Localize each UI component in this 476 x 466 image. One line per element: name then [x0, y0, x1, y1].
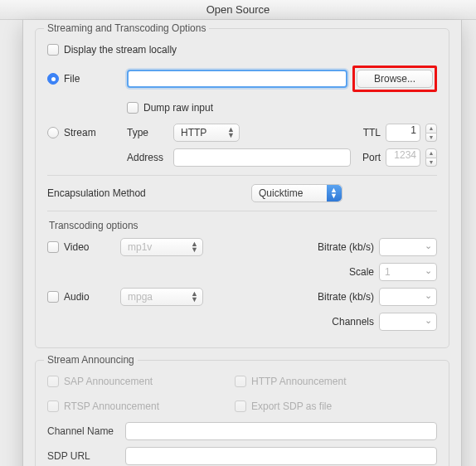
browse-button[interactable]: Browse... — [357, 70, 433, 88]
sap-label: SAP Announcement — [64, 376, 230, 387]
ttl-label: TTL — [363, 127, 381, 138]
rtsp-label: RTSP Announcement — [64, 400, 230, 412]
dump-raw-label: Dump raw input — [143, 102, 213, 114]
file-path-input[interactable] — [127, 70, 347, 88]
stream-radio[interactable] — [47, 127, 59, 138]
port-stepper[interactable]: ▲▼ — [425, 148, 437, 167]
rtsp-checkbox — [47, 400, 59, 412]
announcing-group: Stream Announcing SAP Announcement HTTP … — [35, 360, 449, 466]
separator — [47, 175, 437, 176]
sdp-url-input[interactable] — [125, 447, 437, 465]
encaps-select-value: Quicktime — [259, 187, 303, 199]
dialog-sheet: Streaming and Transcoding Options Displa… — [22, 20, 462, 466]
chevron-updown-icon: ▲▼ — [227, 127, 235, 138]
export-sdp-label: Export SDP as file — [251, 400, 332, 412]
http-announce-label: HTTP Announcement — [251, 376, 347, 387]
streaming-group: Streaming and Transcoding Options Displa… — [35, 28, 449, 348]
encaps-label: Encapsulation Method — [47, 187, 246, 199]
file-radio[interactable] — [47, 73, 59, 85]
separator — [47, 211, 437, 211]
sap-checkbox — [47, 376, 59, 387]
ttl-input[interactable]: 1 — [386, 124, 420, 142]
audio-codec-value: mpga — [128, 291, 153, 303]
chevron-updown-icon: ▲▼ — [191, 241, 198, 253]
scale-combo[interactable]: 1 — [379, 263, 437, 281]
channels-combo[interactable] — [379, 313, 437, 331]
export-sdp-checkbox — [235, 400, 246, 412]
chevron-updown-icon: ▲▼ — [330, 187, 338, 199]
streaming-heading: Streaming and Transcoding Options — [44, 22, 209, 34]
channels-label: Channels — [332, 316, 374, 328]
chevron-updown-icon: ▲▼ — [191, 291, 198, 303]
video-bitrate-combo[interactable] — [379, 238, 437, 256]
scale-label: Scale — [349, 266, 374, 278]
window-title: Open Source — [0, 0, 476, 20]
announcing-heading: Stream Announcing — [44, 354, 138, 366]
audio-checkbox[interactable] — [47, 291, 59, 303]
port-label: Port — [362, 152, 381, 163]
audio-bitrate-combo[interactable] — [379, 288, 437, 306]
audio-label: Audio — [64, 291, 105, 303]
video-checkbox[interactable] — [47, 241, 59, 253]
video-codec-value: mp1v — [128, 241, 152, 253]
encaps-select[interactable]: Quicktime ▲▼ — [251, 184, 342, 202]
video-codec-select[interactable]: mp1v ▲▼ — [120, 238, 203, 256]
file-radio-label: File — [64, 73, 122, 85]
display-locally-checkbox[interactable] — [47, 44, 59, 56]
ttl-stepper[interactable]: ▲▼ — [425, 124, 437, 142]
audio-bitrate-label: Bitrate (kb/s) — [318, 291, 374, 303]
http-announce-checkbox — [235, 376, 246, 387]
sdp-url-label: SDP URL — [47, 450, 120, 462]
stream-radio-label: Stream — [64, 127, 122, 138]
type-label: Type — [127, 127, 168, 138]
port-input[interactable]: 1234 — [386, 148, 420, 167]
display-locally-label: Display the stream locally — [64, 44, 177, 56]
channel-name-label: Channel Name — [47, 425, 120, 437]
address-label: Address — [127, 152, 168, 163]
dump-raw-checkbox[interactable] — [127, 102, 138, 114]
channel-name-input[interactable] — [125, 422, 437, 440]
audio-codec-select[interactable]: mpga ▲▼ — [120, 288, 203, 306]
scale-value: 1 — [385, 266, 391, 278]
video-label: Video — [64, 241, 105, 253]
browse-highlight: Browse... — [352, 66, 437, 92]
address-input[interactable] — [173, 148, 351, 167]
video-bitrate-label: Bitrate (kb/s) — [318, 241, 374, 253]
type-select[interactable]: HTTP ▲▼ — [173, 124, 240, 142]
transcoding-heading: Transcoding options — [49, 220, 437, 231]
type-select-value: HTTP — [181, 127, 206, 138]
